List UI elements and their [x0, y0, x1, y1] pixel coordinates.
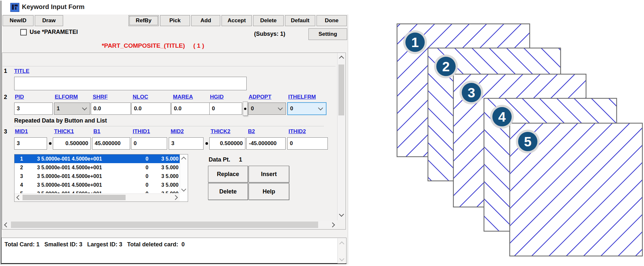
elform-value: 1 — [57, 105, 60, 112]
refby-button[interactable]: RefBy — [128, 15, 159, 26]
plate-badge-number: 3 — [468, 85, 475, 100]
plate-badge-number: 5 — [524, 134, 531, 149]
dot-icon — [49, 142, 52, 145]
title-link[interactable]: TITLE — [14, 68, 29, 74]
scroll-down-icon — [338, 255, 346, 262]
list-item[interactable]: 43 5.0000e-001 4.5000e+00103 5.000 — [14, 181, 180, 189]
replace-button[interactable]: Replace — [208, 166, 248, 182]
plate-badge-number: 1 — [411, 35, 419, 50]
dot-icon — [205, 142, 208, 145]
delete-row-button[interactable]: Delete — [208, 183, 248, 200]
scroll-up-icon[interactable] — [337, 54, 345, 62]
app-icon — [10, 3, 19, 12]
newid-button[interactable]: NewID — [3, 15, 33, 26]
ithelfrm-link[interactable]: ITHELFRM — [288, 94, 316, 100]
scroll-right-icon[interactable] — [171, 193, 179, 201]
thick1-input[interactable]: 0.500000 — [53, 137, 91, 150]
pid-input[interactable]: 3 — [14, 103, 53, 115]
mid2-input[interactable]: 3 — [169, 137, 204, 150]
done-button[interactable]: Done — [317, 15, 347, 26]
card-count: ( 1 ) — [193, 42, 204, 49]
list-item[interactable]: 53 5.0000e-001 4.5000e+00103 5.000 — [14, 189, 180, 193]
adpopt-dropdown[interactable]: 0 — [248, 103, 286, 115]
ithelfrm-value: 0 — [290, 105, 293, 112]
mid2-link[interactable]: MID2 — [171, 128, 184, 135]
list-hscroll-thumb[interactable] — [23, 195, 126, 200]
adpopt-link[interactable]: ADPOPT — [249, 94, 271, 100]
nloc-link[interactable]: NLOC — [133, 94, 148, 100]
ithid1-link[interactable]: ITHID1 — [133, 128, 150, 135]
hgid-adpopt-separator-button[interactable] — [243, 102, 248, 116]
add-button[interactable]: Add — [191, 15, 220, 26]
accept-button[interactable]: Accept — [222, 15, 252, 26]
panel-vscroll-thumb[interactable] — [338, 64, 344, 115]
list-item[interactable]: 33 5.0000e-001 4.5000e+00103 5.000 — [14, 172, 180, 181]
scroll-down-icon[interactable] — [180, 185, 187, 193]
section-divider — [3, 66, 336, 67]
plate-badge-3: 3 — [459, 81, 483, 104]
card-keyword: *PART_COMPOSITE_(TITLE) — [102, 42, 185, 49]
hgid-input[interactable]: 0 — [209, 103, 242, 115]
plate-badge-1: 1 — [403, 30, 427, 54]
b2-link[interactable]: B2 — [248, 128, 255, 135]
nloc-input[interactable]: 0.0 — [131, 103, 171, 115]
repeated-divider — [14, 126, 324, 127]
pick-button[interactable]: Pick — [160, 15, 190, 26]
draw-button[interactable]: Draw — [35, 15, 63, 26]
chevron-down-icon — [318, 105, 323, 110]
help-button[interactable]: Help — [249, 183, 289, 200]
b1-link[interactable]: B1 — [93, 128, 100, 135]
marea-input[interactable]: 0.0 — [171, 103, 210, 115]
setting-button[interactable]: Setting — [308, 28, 347, 40]
status-text: Total Card: 1 Smallest ID: 3 Largest ID:… — [5, 241, 185, 248]
screenshot-canvas: Keyword Input Form NewID Draw RefBy Pick… — [0, 0, 644, 266]
title-input[interactable] — [14, 77, 247, 90]
chevron-down-icon — [82, 105, 87, 110]
subsys-label: (Subsys: 1) — [254, 31, 285, 37]
mid1-input[interactable]: 3 — [14, 137, 47, 150]
elform-link[interactable]: ELFORM — [55, 94, 78, 100]
b2-input[interactable]: -45.000000 — [246, 137, 286, 150]
b1-input[interactable]: 45.000000 — [92, 137, 130, 150]
window-left-border — [1, 1, 1, 264]
use-parameter-checkbox[interactable] — [20, 29, 27, 35]
card-title-row: *PART_COMPOSITE_(TITLE) ( 1 ) — [0, 42, 306, 49]
plate-badge-number: 4 — [498, 109, 506, 124]
default-button[interactable]: Default — [285, 15, 315, 26]
list-item[interactable]: 23 5.0000e-001 4.5000e+00103 5.000 — [14, 163, 180, 172]
panel-hscroll-thumb[interactable] — [11, 222, 318, 228]
shrf-link[interactable]: SHRF — [93, 94, 108, 100]
shrf-input[interactable]: 0.0 — [91, 103, 131, 115]
composite-layup-diagram: 1 2 3 4 5 — [370, 13, 644, 261]
hgid-link[interactable]: HGID — [210, 94, 224, 100]
scroll-up-icon[interactable] — [180, 155, 187, 163]
ithid2-link[interactable]: ITHID2 — [289, 128, 306, 135]
thick2-link[interactable]: THICK2 — [211, 128, 230, 135]
plate-badge-number: 2 — [442, 59, 450, 74]
scroll-right-icon[interactable] — [328, 221, 336, 229]
plate-badge-4: 4 — [490, 105, 514, 129]
data-pt-value: 1 — [239, 156, 242, 163]
marea-link[interactable]: MAREA — [173, 94, 193, 100]
insert-button[interactable]: Insert — [249, 166, 289, 182]
ithelfrm-dropdown[interactable]: 0 — [287, 102, 327, 115]
repeated-data-label: Repeated Data by Button and List — [14, 117, 107, 124]
thick1-link[interactable]: THICK1 — [54, 128, 74, 135]
pid-link[interactable]: PID — [15, 94, 24, 100]
scroll-left-icon[interactable] — [15, 193, 23, 201]
ithid2-input[interactable]: 0 — [287, 137, 328, 150]
scroll-left-icon[interactable] — [3, 221, 10, 229]
repeated-row-number: 3 — [4, 128, 7, 135]
delete-button[interactable]: Delete — [253, 15, 284, 26]
list-item[interactable]: 13 5.0000e-001 4.5000e+00103 5.000 — [14, 154, 180, 163]
use-parameter-label: Use *PARAMETEI — [30, 29, 78, 35]
dot-icon — [244, 108, 246, 110]
window-title: Keyword Input Form — [22, 3, 84, 11]
elform-dropdown[interactable]: 1 — [54, 103, 90, 115]
mid1-link[interactable]: MID1 — [15, 128, 28, 135]
chevron-down-icon — [278, 105, 283, 110]
thick2-input[interactable]: 0.500000 — [209, 137, 245, 150]
adpopt-value: 0 — [251, 105, 254, 112]
ithid1-input[interactable]: 0 — [131, 137, 167, 150]
scroll-down-icon[interactable] — [337, 210, 345, 218]
